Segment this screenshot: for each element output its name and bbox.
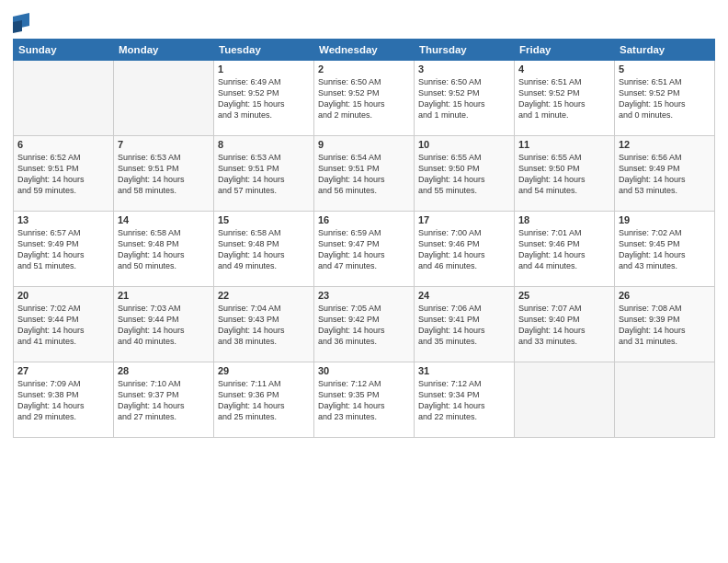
day-number: 29 xyxy=(218,365,310,376)
day-number: 21 xyxy=(118,290,210,301)
calendar-weekday-friday: Friday xyxy=(515,40,615,61)
day-info: Sunrise: 6:51 AM Sunset: 9:52 PM Dayligh… xyxy=(619,76,711,121)
day-info: Sunrise: 7:01 AM Sunset: 9:46 PM Dayligh… xyxy=(518,227,610,272)
calendar-cell: 16Sunrise: 6:59 AM Sunset: 9:47 PM Dayli… xyxy=(314,212,415,287)
calendar-cell: 18Sunrise: 7:01 AM Sunset: 9:46 PM Dayli… xyxy=(515,212,615,287)
calendar-cell xyxy=(615,362,715,438)
calendar-cell: 12Sunrise: 6:56 AM Sunset: 9:49 PM Dayli… xyxy=(615,136,715,212)
page-header xyxy=(13,9,715,33)
day-number: 8 xyxy=(218,139,310,150)
day-number: 22 xyxy=(218,290,310,301)
day-info: Sunrise: 6:50 AM Sunset: 9:52 PM Dayligh… xyxy=(318,76,410,121)
calendar-weekday-monday: Monday xyxy=(114,40,214,61)
calendar-cell: 25Sunrise: 7:07 AM Sunset: 9:40 PM Dayli… xyxy=(515,287,615,362)
day-number: 18 xyxy=(518,214,610,225)
calendar-cell xyxy=(14,61,114,136)
calendar-cell: 27Sunrise: 7:09 AM Sunset: 9:38 PM Dayli… xyxy=(14,362,114,438)
day-info: Sunrise: 6:53 AM Sunset: 9:51 PM Dayligh… xyxy=(218,152,310,197)
page-container: SundayMondayTuesdayWednesdayThursdayFrid… xyxy=(0,0,728,563)
day-number: 16 xyxy=(318,214,410,225)
calendar-cell: 20Sunrise: 7:02 AM Sunset: 9:44 PM Dayli… xyxy=(14,287,114,362)
calendar-header-row: SundayMondayTuesdayWednesdayThursdayFrid… xyxy=(14,40,715,61)
calendar-cell: 13Sunrise: 6:57 AM Sunset: 9:49 PM Dayli… xyxy=(14,212,114,287)
day-info: Sunrise: 6:50 AM Sunset: 9:52 PM Dayligh… xyxy=(418,76,510,121)
day-info: Sunrise: 7:05 AM Sunset: 9:42 PM Dayligh… xyxy=(318,303,410,348)
day-number: 28 xyxy=(118,365,210,376)
day-number: 31 xyxy=(418,365,510,376)
day-info: Sunrise: 7:11 AM Sunset: 9:36 PM Dayligh… xyxy=(218,378,310,423)
day-number: 10 xyxy=(418,139,510,150)
calendar-cell: 19Sunrise: 7:02 AM Sunset: 9:45 PM Dayli… xyxy=(615,212,715,287)
day-number: 24 xyxy=(418,290,510,301)
calendar-cell: 30Sunrise: 7:12 AM Sunset: 9:35 PM Dayli… xyxy=(314,362,415,438)
day-number: 27 xyxy=(17,365,109,376)
day-info: Sunrise: 7:03 AM Sunset: 9:44 PM Dayligh… xyxy=(118,303,210,348)
day-info: Sunrise: 7:00 AM Sunset: 9:46 PM Dayligh… xyxy=(418,227,510,272)
day-number: 6 xyxy=(17,139,109,150)
calendar-cell: 2Sunrise: 6:50 AM Sunset: 9:52 PM Daylig… xyxy=(314,61,415,136)
logo-icon xyxy=(13,13,29,33)
calendar-cell xyxy=(114,61,214,136)
calendar-cell: 31Sunrise: 7:12 AM Sunset: 9:34 PM Dayli… xyxy=(415,362,515,438)
day-info: Sunrise: 7:09 AM Sunset: 9:38 PM Dayligh… xyxy=(17,378,109,423)
day-number: 9 xyxy=(318,139,410,150)
day-number: 3 xyxy=(418,63,510,75)
calendar-week-row-4: 20Sunrise: 7:02 AM Sunset: 9:44 PM Dayli… xyxy=(14,287,715,362)
day-number: 4 xyxy=(518,63,610,75)
calendar-cell: 29Sunrise: 7:11 AM Sunset: 9:36 PM Dayli… xyxy=(214,362,314,438)
calendar-cell: 7Sunrise: 6:53 AM Sunset: 9:51 PM Daylig… xyxy=(114,136,214,212)
day-number: 23 xyxy=(318,290,410,301)
day-info: Sunrise: 7:12 AM Sunset: 9:35 PM Dayligh… xyxy=(318,378,410,423)
day-number: 25 xyxy=(518,290,610,301)
calendar-cell: 24Sunrise: 7:06 AM Sunset: 9:41 PM Dayli… xyxy=(415,287,515,362)
calendar-cell: 11Sunrise: 6:55 AM Sunset: 9:50 PM Dayli… xyxy=(515,136,615,212)
calendar-weekday-tuesday: Tuesday xyxy=(214,40,314,61)
calendar-cell: 22Sunrise: 7:04 AM Sunset: 9:43 PM Dayli… xyxy=(214,287,314,362)
logo xyxy=(13,13,33,33)
day-number: 12 xyxy=(619,139,711,150)
day-info: Sunrise: 7:07 AM Sunset: 9:40 PM Dayligh… xyxy=(518,303,610,348)
calendar-cell: 21Sunrise: 7:03 AM Sunset: 9:44 PM Dayli… xyxy=(114,287,214,362)
day-info: Sunrise: 7:08 AM Sunset: 9:39 PM Dayligh… xyxy=(619,303,711,348)
calendar-cell: 17Sunrise: 7:00 AM Sunset: 9:46 PM Dayli… xyxy=(415,212,515,287)
day-number: 2 xyxy=(318,63,410,75)
day-info: Sunrise: 6:55 AM Sunset: 9:50 PM Dayligh… xyxy=(518,152,610,197)
day-number: 13 xyxy=(17,214,109,225)
svg-marker-1 xyxy=(13,20,22,33)
day-number: 26 xyxy=(619,290,711,301)
day-number: 1 xyxy=(218,63,310,75)
calendar-cell: 23Sunrise: 7:05 AM Sunset: 9:42 PM Dayli… xyxy=(314,287,415,362)
calendar-week-row-5: 27Sunrise: 7:09 AM Sunset: 9:38 PM Dayli… xyxy=(14,362,715,438)
calendar-cell: 8Sunrise: 6:53 AM Sunset: 9:51 PM Daylig… xyxy=(214,136,314,212)
day-number: 7 xyxy=(118,139,210,150)
day-number: 11 xyxy=(518,139,610,150)
calendar-cell: 28Sunrise: 7:10 AM Sunset: 9:37 PM Dayli… xyxy=(114,362,214,438)
calendar-weekday-wednesday: Wednesday xyxy=(314,40,415,61)
calendar-cell: 26Sunrise: 7:08 AM Sunset: 9:39 PM Dayli… xyxy=(615,287,715,362)
day-number: 17 xyxy=(418,214,510,225)
day-info: Sunrise: 6:49 AM Sunset: 9:52 PM Dayligh… xyxy=(218,76,310,121)
calendar-table: SundayMondayTuesdayWednesdayThursdayFrid… xyxy=(13,39,715,438)
day-info: Sunrise: 7:12 AM Sunset: 9:34 PM Dayligh… xyxy=(418,378,510,423)
day-info: Sunrise: 6:58 AM Sunset: 9:48 PM Dayligh… xyxy=(118,227,210,272)
calendar-weekday-saturday: Saturday xyxy=(615,40,715,61)
calendar-cell: 3Sunrise: 6:50 AM Sunset: 9:52 PM Daylig… xyxy=(415,61,515,136)
calendar-week-row-3: 13Sunrise: 6:57 AM Sunset: 9:49 PM Dayli… xyxy=(14,212,715,287)
calendar-cell: 14Sunrise: 6:58 AM Sunset: 9:48 PM Dayli… xyxy=(114,212,214,287)
day-info: Sunrise: 6:58 AM Sunset: 9:48 PM Dayligh… xyxy=(218,227,310,272)
day-number: 15 xyxy=(218,214,310,225)
day-number: 5 xyxy=(619,63,711,75)
calendar-cell: 6Sunrise: 6:52 AM Sunset: 9:51 PM Daylig… xyxy=(14,136,114,212)
calendar-week-row-1: 1Sunrise: 6:49 AM Sunset: 9:52 PM Daylig… xyxy=(14,61,715,136)
calendar-cell: 15Sunrise: 6:58 AM Sunset: 9:48 PM Dayli… xyxy=(214,212,314,287)
day-number: 19 xyxy=(619,214,711,225)
calendar-weekday-sunday: Sunday xyxy=(14,40,114,61)
calendar-cell: 9Sunrise: 6:54 AM Sunset: 9:51 PM Daylig… xyxy=(314,136,415,212)
calendar-cell xyxy=(515,362,615,438)
calendar-week-row-2: 6Sunrise: 6:52 AM Sunset: 9:51 PM Daylig… xyxy=(14,136,715,212)
day-info: Sunrise: 7:10 AM Sunset: 9:37 PM Dayligh… xyxy=(118,378,210,423)
day-info: Sunrise: 6:59 AM Sunset: 9:47 PM Dayligh… xyxy=(318,227,410,272)
day-info: Sunrise: 6:54 AM Sunset: 9:51 PM Dayligh… xyxy=(318,152,410,197)
day-number: 20 xyxy=(17,290,109,301)
calendar-cell: 4Sunrise: 6:51 AM Sunset: 9:52 PM Daylig… xyxy=(515,61,615,136)
